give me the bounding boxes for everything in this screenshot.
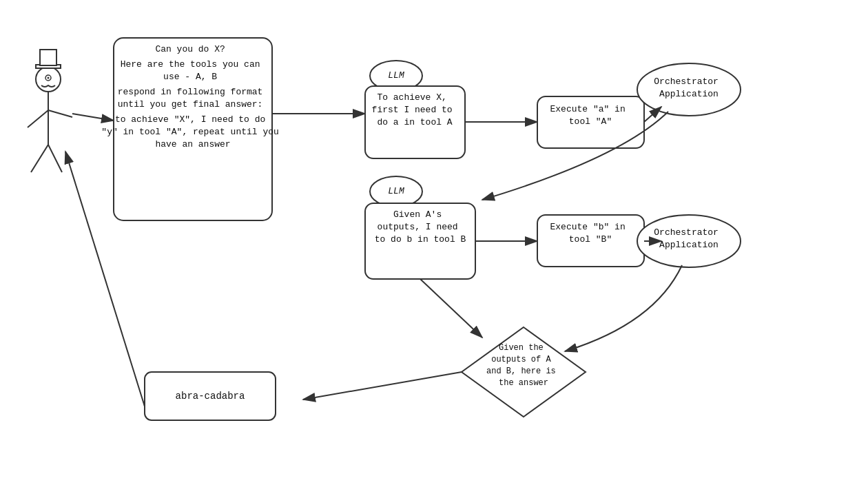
figure-left-arm <box>28 110 48 127</box>
llm2-label: LLM <box>388 186 404 196</box>
figure-pupil <box>48 77 50 79</box>
arrow-orch2-to-diamond <box>565 265 682 351</box>
arrow-diamond-to-answer <box>303 372 462 400</box>
thought1-text: To achieve X, first I need to do a in to… <box>372 92 458 127</box>
figure-right-arm <box>48 110 72 117</box>
answer-text: abra-cadabra <box>176 391 245 402</box>
figure-left-leg <box>31 145 48 172</box>
figure-hat-top <box>40 50 56 65</box>
diagram: Can you do X? Here are the tools you can… <box>0 0 868 496</box>
figure-right-leg <box>48 145 62 172</box>
prompt-text: Can you do X? Here are the tools you can… <box>101 44 284 149</box>
llm1-label: LLM <box>388 70 404 81</box>
arrow-thought2-to-diamond <box>420 279 482 338</box>
arrow-person-to-prompt <box>72 114 114 121</box>
